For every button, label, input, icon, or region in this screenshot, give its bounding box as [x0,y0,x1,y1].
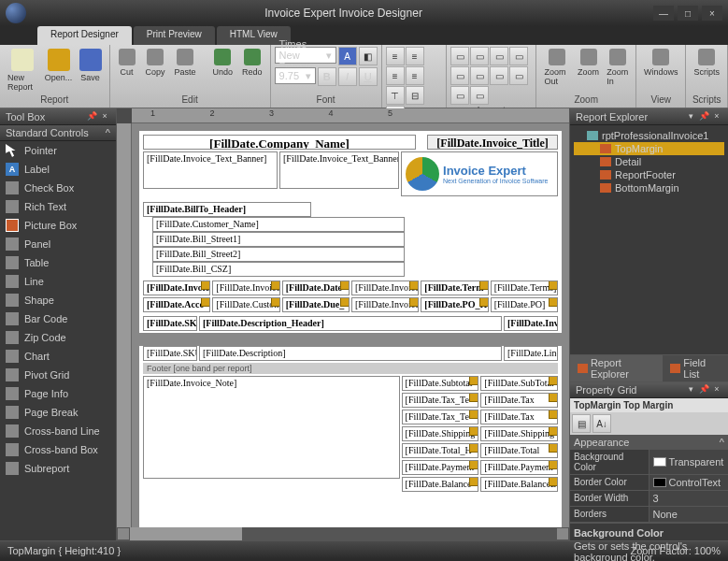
layout-btn-8[interactable]: ▭ [509,66,528,85]
field-total-3-0[interactable]: [FillDate.Shipping [402,426,479,441]
zoom-in-button[interactable]: Zoom In [604,47,632,88]
menu-icon[interactable]: ▾ [685,384,696,396]
layout-btn-10[interactable]: ▭ [470,86,489,105]
field-r2-1[interactable]: [FillDate.Custom [212,297,279,312]
pin-icon[interactable]: 📌 [698,384,709,396]
field-r1-5[interactable]: [FillDate.Terms] [491,280,558,295]
field-r2-4[interactable]: [FillDate.PO_H [421,297,488,312]
smart-tag-icon[interactable] [549,443,558,453]
field-r2-3[interactable]: [FillDate.Invoice [351,297,419,312]
field-inv-header[interactable]: [FillDate.Invo [504,316,558,331]
windows-button[interactable]: Windows [640,47,682,79]
paste-button[interactable]: Paste [171,47,200,79]
tool-chart[interactable]: Chart [0,347,116,366]
field-total-2-0[interactable]: [FillDate.Tax_Te [402,410,479,424]
scripts-button[interactable]: Scripts [690,47,723,79]
prop-row-2[interactable]: Border Width3 [570,491,728,507]
close-button[interactable]: × [702,6,722,21]
field-customer-name[interactable]: [FillDate.Customer_Name] [152,217,405,232]
copy-button[interactable]: Copy [142,47,169,79]
smart-tag-icon[interactable] [549,477,558,486]
toolbox-section-standard[interactable]: Standard Controls^ [0,125,116,141]
scroll-track[interactable] [130,527,556,540]
tree-node-bottommargin[interactable]: BottomMargin [574,181,724,194]
prop-row-1[interactable]: Border ColorControlText [570,475,728,491]
field-banner2[interactable]: [FillDate.Invoice_Text_Banner2] [279,151,399,189]
smart-tag-icon[interactable] [549,393,558,402]
field-billto-header[interactable]: [FillDate.BillTo_Header] [143,202,311,217]
property-category-appearance[interactable]: Appearance^ [570,435,728,450]
smart-tag-icon[interactable] [201,280,210,290]
layout-btn-3[interactable]: ▭ [490,47,508,65]
tool-panel[interactable]: Panel [0,235,116,253]
field-total-4-1[interactable]: [FillDate.Total [480,443,558,458]
smart-tag-icon[interactable] [549,426,558,436]
field-bill-street1[interactable]: [FillDate.Bill_Street1] [152,232,405,247]
tree-root[interactable]: rptProfessionalInvoice1 [574,129,724,142]
cut-button[interactable]: Cut [114,47,140,79]
smart-tag-icon[interactable] [479,280,489,290]
field-desc-header[interactable]: [FillDate.Description_Header] [199,316,502,331]
bold-button[interactable]: B [318,67,336,86]
close-icon[interactable]: × [711,384,722,396]
smart-tag-icon[interactable] [201,297,210,307]
field-company-name[interactable]: [FillDate.Company_Name] [143,135,416,150]
field-sku-header[interactable]: [FillDate.SKU_ [143,316,197,331]
field-r1-0[interactable]: [FillDate.Invoic [143,280,210,295]
layout-btn-7[interactable]: ▭ [490,66,508,85]
categorized-button[interactable]: ▤ [572,414,591,433]
tool-pivot-grid[interactable]: Pivot Grid [0,366,116,384]
smart-tag-icon[interactable] [549,376,558,385]
field-bill-street2[interactable]: [FillDate.Bill_Street2] [152,247,405,262]
alphabetical-button[interactable]: A↓ [592,414,611,433]
tab-field-list[interactable]: Field List [663,355,728,381]
smart-tag-icon[interactable] [469,393,478,402]
tool-shape[interactable]: Shape [0,291,116,309]
smart-tag-icon[interactable] [469,443,478,453]
valign-middle-button[interactable]: ⊟ [406,86,424,105]
layout-btn-9[interactable]: ▭ [450,86,469,105]
tab-print-preview[interactable]: Print Preview [134,26,215,45]
close-icon[interactable]: × [99,111,110,122]
tool-rich-text[interactable]: Rich Text [0,197,116,216]
tool-line[interactable]: Line [0,272,116,291]
layout-btn-1[interactable]: ▭ [450,47,469,65]
tool-picture-box[interactable]: Picture Box [0,216,116,235]
align-center-button[interactable]: ≡ [406,47,424,65]
field-logo[interactable]: Invoice ExpertNext Generation of Invoice… [401,151,558,196]
font-color-button[interactable]: A [338,47,357,65]
layout-btn-2[interactable]: ▭ [470,47,489,65]
tool-check-box[interactable]: Check Box [0,179,116,197]
tool-table[interactable]: Table [0,253,116,272]
smart-tag-icon[interactable] [271,297,280,307]
menu-icon[interactable]: ▾ [685,111,696,122]
tool-label[interactable]: ALabel [0,160,116,179]
field-total-1-1[interactable]: [FillDate.Tax [480,393,558,408]
field-r2-0[interactable]: [FillDate.Acco [143,297,210,312]
field-r1-2[interactable]: [FillDate.Date [282,280,350,295]
field-invoice-title[interactable]: [FillDate.Invoice_Title] [427,135,558,150]
field-total-5-0[interactable]: [FillDate.Payment [402,460,479,475]
tool-page-info[interactable]: Page Info [0,384,116,403]
pin-icon[interactable]: 📌 [698,111,709,122]
smart-tag-icon[interactable] [469,426,478,436]
field-description[interactable]: [FillDate.Description] [199,346,502,361]
smart-tag-icon[interactable] [479,297,489,307]
save-button[interactable]: Save [76,47,106,84]
smart-tag-icon[interactable] [549,460,558,469]
undo-button[interactable]: Undo [209,47,237,79]
field-total-4-0[interactable]: [FillDate.Total_H [402,443,479,458]
maximize-button[interactable]: □ [678,6,698,21]
field-total-5-1[interactable]: [FillDate.Payment [480,460,558,475]
field-sku[interactable]: [FillDate.SKU] [143,346,197,361]
smart-tag-icon[interactable] [409,280,419,290]
scroll-thumb[interactable] [130,527,242,540]
align-left-button[interactable]: ≡ [386,47,405,65]
tool-cross-band-line[interactable]: Cross-band Line [0,422,116,440]
tab-report-explorer[interactable]: Report Explorer [570,355,663,381]
field-line[interactable]: [FillDate.Line_ [504,346,558,361]
close-icon[interactable]: × [711,111,722,122]
prop-row-0[interactable]: Background ColorTransparent [570,450,728,475]
app-orb-icon[interactable] [6,3,26,23]
tool-zip-code[interactable]: Zip Code [0,328,116,347]
